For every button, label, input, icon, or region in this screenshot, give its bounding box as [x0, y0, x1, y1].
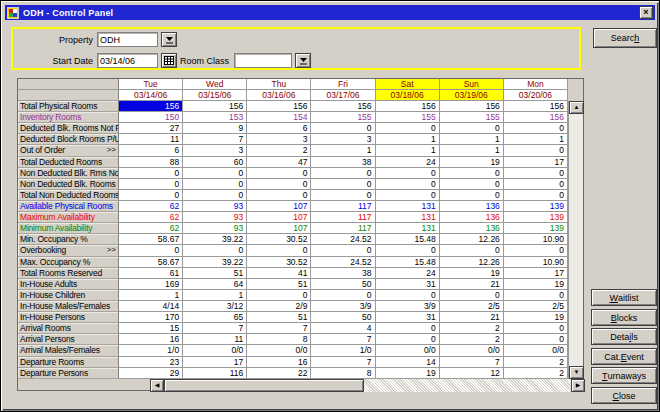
grid-cell[interactable]: 0: [119, 245, 183, 256]
grid-cell[interactable]: 139: [504, 201, 568, 212]
grid-cell[interactable]: 0: [504, 245, 568, 256]
cat-event-button[interactable]: Cat. Event: [591, 348, 657, 365]
grid-cell[interactable]: 15: [119, 323, 183, 334]
grid-cell[interactable]: 2/9: [247, 301, 311, 312]
grid-cell[interactable]: 0: [183, 179, 247, 190]
grid-cell[interactable]: 155: [311, 112, 375, 123]
close-button[interactable]: Close: [591, 387, 657, 404]
scroll-right-icon[interactable]: ▶: [571, 379, 585, 392]
grid-cell[interactable]: 107: [247, 201, 311, 212]
grid-cell[interactable]: 136: [440, 201, 504, 212]
grid-cell[interactable]: 9: [183, 123, 247, 134]
grid-cell[interactable]: 17: [183, 357, 247, 368]
grid-cell[interactable]: 38: [311, 157, 375, 168]
grid-cell[interactable]: 41: [247, 268, 311, 279]
grid-cell[interactable]: 0: [183, 190, 247, 201]
start-date-input[interactable]: [97, 53, 158, 68]
grid-cell[interactable]: 0: [504, 179, 568, 190]
grid-cell[interactable]: 12.26: [440, 234, 504, 245]
grid-cell[interactable]: 0: [376, 168, 440, 179]
grid-cell[interactable]: 131: [376, 212, 440, 223]
grid-cell[interactable]: 0/0: [376, 345, 440, 356]
grid-cell[interactable]: 156: [183, 101, 247, 112]
grid-cell[interactable]: 0: [376, 190, 440, 201]
close-icon[interactable]: ×: [639, 6, 653, 19]
grid-cell[interactable]: 0: [119, 190, 183, 201]
grid-cell[interactable]: 17: [504, 268, 568, 279]
grid-cell[interactable]: 24.52: [311, 234, 375, 245]
grid-cell[interactable]: 12: [440, 368, 504, 379]
grid-cell[interactable]: 107: [247, 223, 311, 234]
grid-cell[interactable]: 2: [247, 145, 311, 156]
grid-cell[interactable]: 10.90: [504, 257, 568, 268]
grid-cell[interactable]: 0/0: [247, 345, 311, 356]
grid-cell[interactable]: 21: [440, 312, 504, 323]
grid-cell[interactable]: 12.26: [440, 257, 504, 268]
grid-cell[interactable]: 0/0: [440, 345, 504, 356]
grid-cell[interactable]: 11: [119, 134, 183, 145]
grid-cell[interactable]: 93: [183, 201, 247, 212]
grid-cell[interactable]: 50: [311, 279, 375, 290]
grid-cell[interactable]: 58.67: [119, 257, 183, 268]
grid-cell[interactable]: 153: [183, 112, 247, 123]
grid-cell[interactable]: 30.52: [247, 257, 311, 268]
grid-cell[interactable]: 139: [504, 223, 568, 234]
grid-cell[interactable]: 0: [247, 179, 311, 190]
grid-cell[interactable]: 0: [183, 168, 247, 179]
grid-cell[interactable]: 8: [247, 334, 311, 345]
grid-cell[interactable]: 38: [311, 268, 375, 279]
grid-cell[interactable]: 1: [376, 134, 440, 145]
grid-cell[interactable]: 19: [504, 312, 568, 323]
grid-cell[interactable]: 155: [440, 112, 504, 123]
grid-cell[interactable]: 14: [376, 357, 440, 368]
grid-cell[interactable]: 156: [119, 101, 183, 112]
grid-cell[interactable]: 7: [183, 134, 247, 145]
grid-cell[interactable]: 0: [119, 168, 183, 179]
grid-cell[interactable]: 136: [440, 223, 504, 234]
grid-cell[interactable]: 169: [119, 279, 183, 290]
grid-cell[interactable]: 7: [183, 323, 247, 334]
grid-cell[interactable]: 1/0: [311, 345, 375, 356]
grid-cell[interactable]: 0: [119, 179, 183, 190]
grid-cell[interactable]: 24: [376, 157, 440, 168]
grid-cell[interactable]: 156: [504, 101, 568, 112]
grid-cell[interactable]: 62: [119, 212, 183, 223]
grid-cell[interactable]: 51: [247, 312, 311, 323]
vertical-scrollbar[interactable]: ▲ ▼: [568, 101, 583, 379]
grid-cell[interactable]: 0/0: [504, 345, 568, 356]
grid-cell[interactable]: 30.52: [247, 234, 311, 245]
grid-cell[interactable]: 4: [311, 323, 375, 334]
grid-cell[interactable]: 150: [119, 112, 183, 123]
room-class-dropdown-button[interactable]: [295, 53, 311, 68]
grid-cell[interactable]: 24: [376, 268, 440, 279]
scroll-down-icon[interactable]: ▼: [569, 366, 584, 379]
grid-cell[interactable]: 31: [376, 279, 440, 290]
grid-cell[interactable]: 136: [440, 212, 504, 223]
grid-cell[interactable]: 11: [183, 334, 247, 345]
grid-cell[interactable]: 0: [504, 334, 568, 345]
scroll-left-icon[interactable]: ◀: [150, 379, 164, 392]
grid-cell[interactable]: 0: [376, 245, 440, 256]
grid-cell[interactable]: 93: [183, 212, 247, 223]
grid-cell[interactable]: 3: [183, 145, 247, 156]
grid-cell[interactable]: 117: [311, 212, 375, 223]
grid-cell[interactable]: 0: [247, 245, 311, 256]
grid-cell[interactable]: 8: [311, 368, 375, 379]
room-class-input[interactable]: [234, 53, 292, 68]
grid-cell[interactable]: 1: [376, 145, 440, 156]
grid-cell[interactable]: 156: [247, 101, 311, 112]
grid-cell[interactable]: 0: [311, 123, 375, 134]
grid-cell[interactable]: 7: [247, 323, 311, 334]
grid-cell[interactable]: 0: [376, 179, 440, 190]
grid-cell[interactable]: 0: [504, 123, 568, 134]
grid-cell[interactable]: 156: [440, 101, 504, 112]
property-dropdown-button[interactable]: [161, 32, 177, 47]
horizontal-scroll-thumb[interactable]: [164, 379, 364, 392]
grid-cell[interactable]: 51: [183, 268, 247, 279]
grid-cell[interactable]: 1: [119, 290, 183, 301]
grid-cell[interactable]: 0: [440, 168, 504, 179]
grid-cell[interactable]: 3/9: [311, 301, 375, 312]
grid-cell[interactable]: 0: [311, 190, 375, 201]
grid-cell[interactable]: 1: [440, 145, 504, 156]
grid-cell[interactable]: 21: [440, 279, 504, 290]
